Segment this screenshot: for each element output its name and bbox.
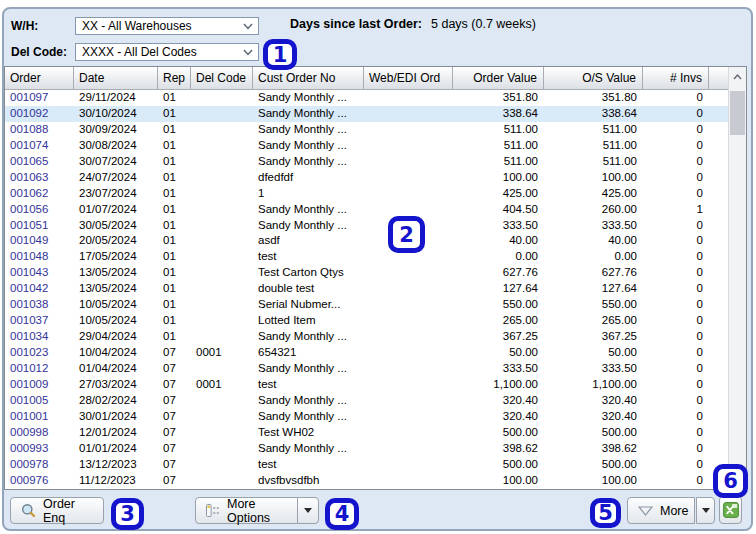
orders-grid: OrderDateRepDel CodeCust Order NoWeb/EDI… (4, 66, 747, 490)
table-row[interactable]: 00100927/03/2024070001test1,100.001,100.… (5, 377, 728, 393)
column-header-order[interactable]: Order (5, 67, 74, 89)
table-row[interactable]: 00102310/04/202407000165432150.0050.000 (5, 345, 728, 361)
cell-web-edi-ord (364, 265, 453, 281)
cell-rep: 07 (158, 377, 191, 393)
table-row[interactable]: 00103810/05/202401Serial Nubmer...550.00… (5, 297, 728, 313)
cell-order-value: 40.00 (453, 233, 544, 249)
cell-order: 001051 (5, 218, 74, 234)
table-row[interactable]: 00105130/05/202401Sandy Monthly ...333.5… (5, 218, 728, 234)
cell-del-code (191, 313, 253, 329)
cell-num-invs: 0 (643, 154, 709, 170)
column-header-date[interactable]: Date (74, 67, 158, 89)
annotation-4: 4 (325, 498, 359, 530)
cell-rep: 07 (158, 473, 191, 489)
vertical-scrollbar[interactable] (728, 67, 746, 489)
table-row[interactable]: 00106530/07/202401Sandy Monthly ...511.0… (5, 154, 728, 170)
table-row[interactable]: 00099301/01/202407Sandy Monthly ...398.6… (5, 441, 728, 457)
table-row[interactable]: 00103710/05/202401Lotted Item265.00265.0… (5, 313, 728, 329)
column-header-order-value[interactable]: Order Value (453, 67, 544, 89)
cell-rep: 01 (158, 106, 191, 122)
table-row[interactable]: 00097813/12/202307test500.00500.000 (5, 457, 728, 473)
table-row[interactable]: 00097611/12/202307dvsfbvsdfbh100.00100.0… (5, 473, 728, 489)
cell-cust-order-no: Sandy Monthly ... (253, 441, 364, 457)
cell-web-edi-ord (364, 393, 453, 409)
table-row[interactable]: 00106223/07/2024011425.00425.000 (5, 186, 728, 202)
table-row[interactable]: 00104920/05/202401asdf40.0040.000 (5, 233, 728, 249)
table-row[interactable]: 00099812/01/202407Test WH02500.00500.000 (5, 425, 728, 441)
cell-num-invs: 0 (643, 218, 709, 234)
cell-web-edi-ord (364, 345, 453, 361)
cell-web-edi-ord (364, 377, 453, 393)
cell-date: 24/07/2024 (74, 170, 158, 186)
more-button[interactable]: More (627, 497, 695, 524)
cell-num-invs: 0 (643, 138, 709, 154)
column-header-filler[interactable] (709, 67, 728, 89)
column-header-rep[interactable]: Rep (158, 67, 191, 89)
cell-cust-order-no: Sandy Monthly ... (253, 329, 364, 345)
order-enq-label: Order Enq (43, 497, 93, 525)
column-header-cust-order-no[interactable]: Cust Order No (253, 67, 364, 89)
table-row[interactable]: 00106324/07/202401dfedfdf100.00100.000 (5, 170, 728, 186)
cell-order-value: 265.00 (453, 313, 544, 329)
table-row[interactable]: 00101201/04/202407Sandy Monthly ...333.5… (5, 361, 728, 377)
cell-cust-order-no: Sandy Monthly ... (253, 106, 364, 122)
cell-num-invs: 0 (643, 233, 709, 249)
cell-order: 001088 (5, 122, 74, 138)
table-row[interactable]: 00104817/05/202401test0.000.000 (5, 249, 728, 265)
cell-web-edi-ord (364, 186, 453, 202)
cell-del-code (191, 329, 253, 345)
cell-num-invs: 0 (643, 377, 709, 393)
cell-web-edi-ord (364, 361, 453, 377)
table-row[interactable]: 00100130/01/202407Sandy Monthly ...320.4… (5, 409, 728, 425)
cell-order-value: 127.64 (453, 281, 544, 297)
column-header-num-invs[interactable]: # Invs (643, 67, 709, 89)
cell-order: 001042 (5, 281, 74, 297)
scrollbar-thumb[interactable] (730, 91, 745, 135)
cell-date: 13/05/2024 (74, 281, 158, 297)
cell-rep: 01 (158, 122, 191, 138)
more-dropdown-button[interactable] (696, 497, 715, 524)
warehouse-select[interactable]: XX - All Warehouses (75, 17, 259, 35)
table-row[interactable]: 00109230/10/202401Sandy Monthly ...338.6… (5, 106, 728, 122)
cell-os-value: 550.00 (544, 297, 643, 313)
column-header-os-value[interactable]: O/S Value (544, 67, 643, 89)
table-row[interactable]: 00109729/11/202401Sandy Monthly ...351.8… (5, 90, 728, 106)
cell-os-value: 265.00 (544, 313, 643, 329)
cell-date: 29/11/2024 (74, 90, 158, 106)
column-header-del-code[interactable]: Del Code (191, 67, 253, 89)
order-enq-button[interactable]: Order Enq (10, 497, 104, 524)
grid-header: OrderDateRepDel CodeCust Order NoWeb/EDI… (5, 67, 728, 90)
days-since-value: 5 days (0.7 weeks) (431, 17, 536, 31)
grid-body: 00109729/11/202401Sandy Monthly ...351.8… (5, 90, 728, 489)
cell-os-value: 511.00 (544, 138, 643, 154)
table-row[interactable]: 00103429/04/202401Sandy Monthly ...367.2… (5, 329, 728, 345)
days-since-label: Days since last Order: (290, 17, 422, 31)
cell-del-code (191, 154, 253, 170)
dropdown-arrow-icon (304, 508, 312, 513)
cell-cust-order-no: asdf (253, 233, 364, 249)
magnifier-icon (21, 503, 36, 518)
scroll-up-button[interactable] (729, 67, 746, 86)
column-header-web-edi-ord[interactable]: Web/EDI Ord (364, 67, 453, 89)
export-excel-button[interactable] (719, 496, 742, 524)
cell-num-invs: 0 (643, 329, 709, 345)
options-list-icon (206, 504, 220, 517)
cell-os-value: 333.50 (544, 218, 643, 234)
table-row[interactable]: 00107430/08/202401Sandy Monthly ...511.0… (5, 138, 728, 154)
table-row[interactable]: 00104213/05/202401double test127.64127.6… (5, 281, 728, 297)
table-row[interactable]: 00100528/02/202407Sandy Monthly ...320.4… (5, 393, 728, 409)
cell-order-value: 511.00 (453, 122, 544, 138)
cell-web-edi-ord (364, 425, 453, 441)
cell-cust-order-no: Test Carton Qtys (253, 265, 364, 281)
more-options-button[interactable]: More Options (195, 497, 298, 524)
del-code-select[interactable]: XXXX - All Del Codes (75, 43, 259, 61)
cell-web-edi-ord (364, 313, 453, 329)
more-options-dropdown-button[interactable] (297, 497, 319, 524)
table-row[interactable]: 00104313/05/202401Test Carton Qtys627.76… (5, 265, 728, 281)
cell-rep: 07 (158, 345, 191, 361)
table-row[interactable]: 00105601/07/202401Sandy Monthly ...404.5… (5, 202, 728, 218)
cell-web-edi-ord (364, 170, 453, 186)
cell-os-value: 511.00 (544, 122, 643, 138)
table-row[interactable]: 00108830/09/202401Sandy Monthly ...511.0… (5, 122, 728, 138)
cell-num-invs: 0 (643, 297, 709, 313)
